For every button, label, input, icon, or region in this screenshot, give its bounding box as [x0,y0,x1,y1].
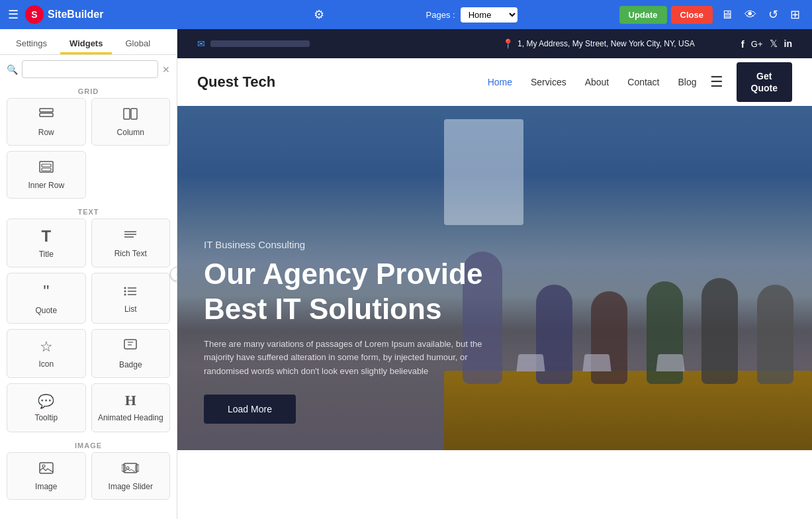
rich-text-icon [123,228,138,245]
nav-link-contact[interactable]: Contact [627,77,659,87]
search-input[interactable] [22,60,158,78]
svg-point-14 [124,293,126,295]
email-placeholder [210,40,310,47]
hamburger-icon[interactable]: ☰ [710,73,723,91]
widget-animated-heading[interactable]: H Animated Heading [91,383,171,432]
linkedin-icon[interactable]: in [784,38,792,49]
address-bar: 📍 1, My Address, My Street, New York Cit… [469,38,728,49]
hero-description: There are many variations of passages of… [204,338,488,379]
svg-rect-3 [131,109,137,119]
left-panel: Settings Widgets Global 🔍 ✕ GRID Row Col… [0,29,177,519]
site-brand-logo: Quest Tech [197,73,488,91]
widget-rich-text[interactable]: Rich Text [91,218,171,267]
widget-image-slider-label: Image Slider [109,482,153,491]
image-icon [39,461,54,478]
email-bar: ✉ [197,38,456,49]
icon-widget-icon: ☆ [40,338,53,355]
svg-rect-2 [124,109,130,119]
close-button[interactable]: Close [671,6,713,24]
widget-title-label: Title [39,250,54,259]
row-icon [39,107,54,124]
pages-dropdown[interactable]: Home About Services Contact Blog [461,7,518,23]
hero-subtitle: IT Business Consulting [204,239,680,250]
svg-rect-5 [42,164,51,167]
widget-badge[interactable]: Badge [91,329,171,378]
quote-icon: " [43,281,49,302]
tab-widgets[interactable]: Widgets [60,34,112,54]
history-button[interactable]: ↺ [764,6,782,23]
widget-icon-label: Icon [38,359,54,369]
widget-icon[interactable]: ☆ Icon [7,329,86,378]
svg-rect-19 [40,463,53,473]
pages-selector: Pages : Home About Services Contact Blog [331,7,613,23]
panel-tabs: Settings Widgets Global [0,29,177,55]
widget-quote[interactable]: " Quote [7,273,86,324]
social-icons: f G+ 𝕏 in [741,38,792,50]
email-icon: ✉ [197,38,205,49]
get-quote-button[interactable]: GetQuote [737,62,792,102]
desktop-view-button[interactable]: 🖥 [717,7,737,23]
site-logo-branding: S SiteBuilder [25,5,307,24]
tab-global[interactable]: Global [116,34,159,54]
nav-links: Home Services About Contact Blog [488,77,697,87]
hero-content: IT Business Consulting Our Agency Provid… [204,239,680,424]
svg-point-10 [124,287,126,289]
preview-area: ✉ 📍 1, My Address, My Street, New York C… [177,29,812,519]
toolbar: ☰ S SiteBuilder ⚙ Pages : Home About Ser… [0,0,812,29]
clear-search-icon[interactable]: ✕ [162,64,170,75]
image-widgets: Image Image Slider [0,452,177,505]
sitemap-button[interactable]: ⊞ [786,6,804,23]
svg-rect-0 [40,109,53,112]
svg-point-12 [124,290,126,292]
svg-rect-6 [42,168,51,171]
main-area: Settings Widgets Global 🔍 ✕ GRID Row Col… [0,29,812,519]
text-section-label: TEXT [0,204,177,218]
search-icon: 🔍 [7,64,18,75]
grid-section-label: GRID [0,83,177,98]
svg-point-20 [42,465,45,467]
site-topbar: ✉ 📍 1, My Address, My Street, New York C… [177,29,812,58]
text-widgets: T Title Rich Text " Quote List ☆ [0,218,177,438]
gear-icon[interactable]: ⚙ [314,7,324,22]
svg-rect-21 [124,463,137,473]
nav-link-home[interactable]: Home [488,77,512,87]
hero-title: Our Agency Provide Best IT Solutions [204,257,680,327]
widget-quote-label: Quote [35,306,57,315]
site-navbar: Quest Tech Home Services About Contact B… [177,58,812,106]
widget-title[interactable]: T Title [7,218,86,267]
badge-icon [123,338,138,356]
widget-inner-row-label: Inner Row [28,181,64,190]
website-preview: ✉ 📍 1, My Address, My Street, New York C… [177,29,812,519]
grid-widgets: Row Column Inner Row [0,98,177,204]
logo-icon: S [25,5,44,24]
nav-link-services[interactable]: Services [531,77,566,87]
facebook-icon[interactable]: f [741,38,744,50]
title-icon: T [41,227,51,246]
widget-animated-heading-label: Animated Heading [98,413,163,424]
widget-tooltip[interactable]: 💬 Tooltip [7,383,86,432]
twitter-icon[interactable]: 𝕏 [770,38,778,50]
widget-image-label: Image [35,482,57,491]
tab-settings[interactable]: Settings [7,34,56,54]
widget-rich-text-label: Rich Text [114,249,147,258]
load-more-button[interactable]: Load More [204,395,296,424]
widget-image-slider[interactable]: Image Slider [91,452,171,500]
widget-column[interactable]: Column [91,98,171,146]
widget-row[interactable]: Row [7,98,86,146]
svg-rect-1 [40,113,53,117]
widget-list[interactable]: List [91,273,171,324]
widget-list-label: List [124,305,137,314]
logo-text: SiteBuilder [48,9,103,21]
preview-button[interactable]: 👁 [741,7,760,23]
menu-icon[interactable]: ☰ [8,7,19,22]
search-bar: 🔍 ✕ [0,55,177,83]
update-button[interactable]: Update [619,6,667,24]
nav-link-blog[interactable]: Blog [678,77,697,87]
google-plus-icon[interactable]: G+ [751,39,763,49]
widget-inner-row[interactable]: Inner Row [7,151,86,199]
animated-heading-icon: H [125,392,136,409]
nav-link-about[interactable]: About [585,77,609,87]
widget-image[interactable]: Image [7,452,86,500]
column-icon [123,107,138,124]
toolbar-actions: Update Close 🖥 👁 ↺ ⊞ [619,6,804,24]
